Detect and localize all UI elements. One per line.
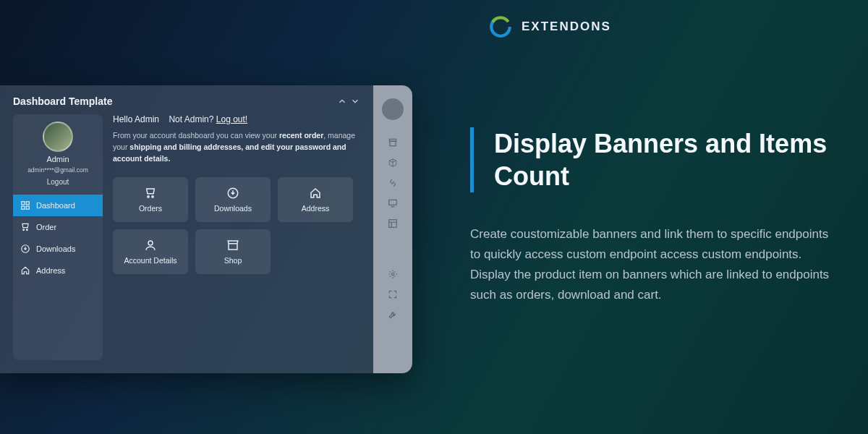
shop-icon: [226, 239, 239, 252]
tile-address[interactable]: Address: [278, 177, 353, 222]
tile-label: Shop: [224, 256, 242, 265]
tile-label: Account Details: [124, 256, 177, 265]
gear-icon[interactable]: [388, 269, 398, 279]
sidebar-item-label: Order: [36, 223, 56, 231]
tile-orders[interactable]: Orders: [113, 177, 188, 222]
chevron-down-icon[interactable]: [350, 96, 360, 106]
panel-title: Dashboard Template: [13, 95, 112, 107]
sidebar-item-order[interactable]: Order: [13, 216, 103, 238]
greeting-notadmin: Not Admin?: [169, 114, 213, 124]
main-panel: Dashboard Template Admin admin****@gmail…: [0, 85, 373, 373]
sidebar-item-downloads[interactable]: Downloads: [13, 238, 103, 260]
right-rail: [373, 85, 412, 373]
greeting-logout-link[interactable]: Log out!: [216, 114, 247, 124]
tile-label: Address: [302, 204, 330, 213]
link-icon[interactable]: [388, 178, 398, 188]
profile-email: admin****@gmail.com: [27, 166, 88, 174]
brand-logo-icon: [488, 14, 513, 39]
user-icon: [144, 239, 157, 252]
sidebar-item-label: Downloads: [36, 244, 75, 253]
greeting-hello: Hello Admin: [113, 114, 159, 124]
expand-icon[interactable]: [388, 289, 398, 299]
download-icon: [20, 244, 30, 254]
app-window: Dashboard Template Admin admin****@gmail…: [0, 85, 412, 373]
cube-icon[interactable]: [388, 158, 398, 168]
dashboard-description: From your account dashboard you can view…: [113, 130, 360, 164]
tile-label: Orders: [139, 204, 162, 213]
tile-label: Downloads: [214, 204, 252, 213]
home-icon: [309, 187, 322, 200]
cart-icon: [20, 222, 30, 232]
sidebar-item-dashboard[interactable]: Dashboard: [13, 195, 103, 216]
marketing-body: Create coustomizable banners and link th…: [470, 224, 839, 305]
cart-icon: [144, 187, 157, 200]
rail-avatar[interactable]: [382, 98, 404, 120]
tile-shop[interactable]: Shop: [195, 229, 271, 274]
sidebar-item-address[interactable]: Address: [13, 260, 103, 281]
brand-name: EXTENDONS: [522, 20, 611, 34]
profile-logout-link[interactable]: Logout: [47, 178, 69, 186]
avatar: [43, 122, 73, 152]
home-icon: [20, 265, 30, 276]
tile-account-details[interactable]: Account Details: [113, 229, 188, 274]
headline-block: Display Banners and Items Count: [470, 127, 861, 192]
profile-name: Admin: [46, 155, 69, 163]
brand: EXTENDONS: [488, 14, 611, 39]
topbar: Dashboard Template: [0, 85, 373, 114]
headline: Display Banners and Items Count: [494, 127, 861, 192]
sidebar-item-label: Dashboard: [36, 201, 75, 210]
profile-sidebar: Admin admin****@gmail.com Logout Dashboa…: [13, 114, 103, 360]
tile-downloads[interactable]: Downloads: [195, 177, 271, 222]
layout-icon[interactable]: [388, 218, 398, 229]
grid-icon: [20, 200, 30, 210]
content-area: Hello Admin Not Admin? Log out! From you…: [113, 114, 360, 360]
chevron-up-icon[interactable]: [337, 96, 347, 106]
download-icon: [226, 187, 239, 200]
greeting-line: Hello Admin Not Admin? Log out!: [113, 114, 360, 124]
wrench-icon[interactable]: [388, 310, 398, 320]
monitor-icon[interactable]: [388, 198, 398, 208]
archive-icon[interactable]: [388, 137, 398, 148]
sidebar-item-label: Address: [36, 266, 65, 275]
